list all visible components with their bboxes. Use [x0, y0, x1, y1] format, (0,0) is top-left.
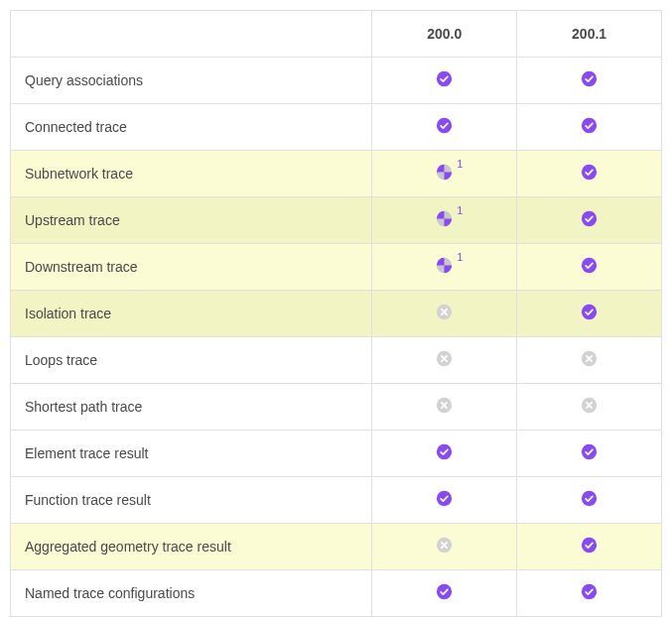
svg-point-23: [582, 584, 597, 599]
no-support-icon: [436, 537, 453, 554]
partial-support-icon: [436, 210, 453, 227]
svg-point-5: [582, 165, 597, 180]
table-row: Connected trace: [11, 104, 662, 151]
table-row: Query associations: [11, 58, 662, 104]
support-cell: [372, 477, 517, 524]
support-cell: [372, 524, 517, 570]
support-cell: [372, 337, 517, 384]
support-cell: [372, 291, 517, 337]
footnote-ref: 1: [457, 158, 463, 170]
support-cell: 1: [372, 197, 517, 244]
table-row: Aggregated geometry trace result: [11, 524, 662, 570]
row-label: Upstream trace: [11, 197, 372, 244]
full-support-icon: [581, 210, 598, 227]
no-support-icon: [436, 304, 453, 320]
support-cell: [517, 524, 662, 570]
full-support-icon: [581, 443, 598, 460]
svg-point-7: [582, 211, 597, 226]
full-support-icon: [581, 583, 598, 600]
svg-point-19: [582, 491, 597, 506]
support-cell: [372, 431, 517, 477]
support-cell: [372, 570, 517, 617]
table-row: Subnetwork trace1: [11, 151, 662, 197]
partial-support-icon: [436, 164, 453, 181]
row-label: Connected trace: [11, 104, 372, 151]
no-support-icon: [581, 350, 598, 367]
table-row: Downstream trace1: [11, 244, 662, 291]
full-support-icon: [436, 443, 453, 460]
partial-support-icon: [436, 257, 453, 274]
row-label: Query associations: [11, 58, 372, 104]
row-label: Aggregated geometry trace result: [11, 524, 372, 570]
support-cell: [517, 197, 662, 244]
row-label: Isolation trace: [11, 291, 372, 337]
svg-point-16: [437, 444, 452, 459]
svg-point-21: [582, 538, 597, 553]
col-header-empty: [11, 11, 372, 58]
svg-point-18: [437, 491, 452, 506]
full-support-icon: [581, 490, 598, 507]
support-cell: [517, 337, 662, 384]
footnote-ref: 1: [457, 251, 463, 263]
table-row: Function trace result: [11, 477, 662, 524]
row-label: Loops trace: [11, 337, 372, 384]
support-matrix-table: 200.0 200.1 Query associationsConnected …: [10, 10, 662, 617]
support-cell: [517, 104, 662, 151]
support-cell: 1: [372, 151, 517, 197]
table-row: Named trace configurations: [11, 570, 662, 617]
svg-point-3: [582, 118, 597, 133]
no-support-icon: [581, 397, 598, 414]
svg-point-0: [437, 71, 452, 86]
support-cell: [517, 291, 662, 337]
full-support-icon: [581, 257, 598, 274]
row-label: Named trace configurations: [11, 570, 372, 617]
support-cell: [517, 244, 662, 291]
support-cell: 1: [372, 244, 517, 291]
svg-point-1: [582, 71, 597, 86]
svg-point-11: [582, 305, 597, 319]
support-cell: [517, 570, 662, 617]
svg-point-2: [437, 118, 452, 133]
svg-point-22: [437, 584, 452, 599]
no-support-icon: [436, 397, 453, 414]
row-label: Function trace result: [11, 477, 372, 524]
svg-point-9: [582, 258, 597, 273]
support-cell: [372, 58, 517, 104]
no-support-icon: [436, 350, 453, 367]
full-support-icon: [581, 537, 598, 554]
row-label: Downstream trace: [11, 244, 372, 291]
col-header-200-1: 200.1: [517, 11, 662, 58]
support-cell: [372, 384, 517, 431]
full-support-icon: [436, 490, 453, 507]
table-row: Loops trace: [11, 337, 662, 384]
row-label: Subnetwork trace: [11, 151, 372, 197]
support-cell: [517, 384, 662, 431]
row-label: Shortest path trace: [11, 384, 372, 431]
full-support-icon: [581, 164, 598, 181]
col-header-200-0: 200.0: [372, 11, 517, 58]
support-cell: [517, 151, 662, 197]
table-row: Upstream trace1: [11, 197, 662, 244]
table-row: Element trace result: [11, 431, 662, 477]
table-row: Isolation trace: [11, 291, 662, 337]
full-support-icon: [581, 70, 598, 87]
svg-point-17: [582, 444, 597, 459]
footnote-ref: 1: [457, 204, 463, 216]
full-support-icon: [581, 117, 598, 134]
table-row: Shortest path trace: [11, 384, 662, 431]
row-label: Element trace result: [11, 431, 372, 477]
support-cell: [517, 431, 662, 477]
support-cell: [517, 477, 662, 524]
support-cell: [517, 58, 662, 104]
full-support-icon: [436, 70, 453, 87]
full-support-icon: [436, 117, 453, 134]
support-cell: [372, 104, 517, 151]
full-support-icon: [436, 583, 453, 600]
full-support-icon: [581, 304, 598, 320]
